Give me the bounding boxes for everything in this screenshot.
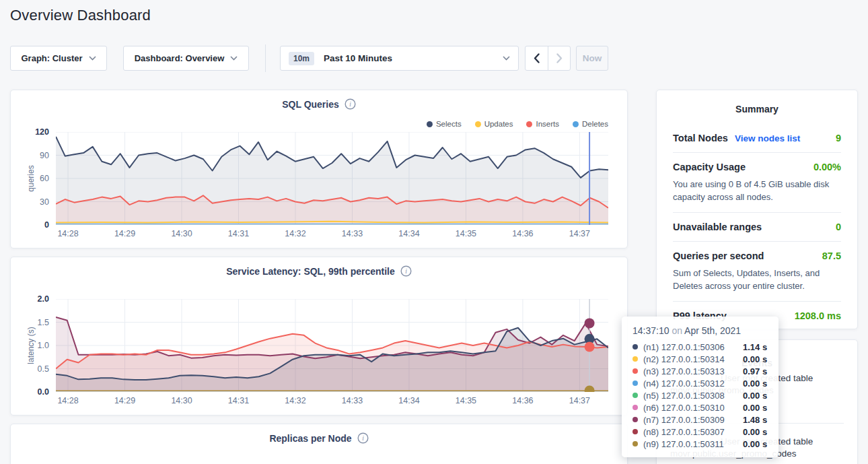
time-range-badge: 10m (289, 52, 314, 65)
x-tick-label: 14:34 (398, 396, 419, 405)
x-tick-label: 14:31 (228, 396, 249, 405)
summary-row-queries-per-second: Queries per second 87.5 Sum of Selects, … (673, 241, 841, 301)
x-tick-label: 14:32 (285, 229, 305, 238)
summary-panel: Summary Total Nodes View nodes list 9 Ca… (656, 90, 858, 329)
tooltip-row: (n4) 127.0.0.1:503120.00 s (632, 377, 769, 389)
view-nodes-list-link[interactable]: View nodes list (735, 133, 800, 143)
series-dot-icon (632, 441, 638, 446)
divider (265, 44, 266, 72)
series-dot-icon (632, 356, 638, 362)
series-dot-icon (632, 380, 638, 386)
time-range-dropdown[interactable]: 10m Past 10 Minutes (280, 46, 519, 71)
summary-row-unavailable-ranges: Unavailable ranges 0 (673, 212, 841, 241)
chart-legend: SelectsUpdatesInsertsDeletes (427, 120, 608, 128)
series-dot-icon (632, 393, 638, 398)
chart-title-replicas: Replicas per Node (269, 433, 351, 444)
x-tick-label: 14:36 (512, 229, 533, 238)
x-tick-label: 14:31 (228, 229, 249, 238)
svg-text:i: i (362, 435, 364, 442)
chart-tooltip: 14:37:10 on Apr 5th, 2021 (n1) 127.0.0.1… (622, 317, 779, 457)
chevron-down-icon (89, 56, 96, 61)
legend-label: Inserts (536, 120, 559, 128)
tooltip-timestamp: 14:37:10 on Apr 5th, 2021 (632, 325, 769, 336)
legend-item-inserts[interactable]: Inserts (526, 120, 559, 128)
tooltip-row: (n9) 127.0.0.1:503110.00 s (632, 438, 769, 450)
dashboard-dropdown[interactable]: Dashboard: Overview (123, 46, 249, 71)
info-icon[interactable]: i (400, 265, 412, 277)
tooltip-row: (n3) 127.0.0.1:503130.97 s (632, 365, 769, 377)
legend-dot-icon (526, 121, 532, 127)
sql-queries-plot[interactable]: 030609012014:2814:2914:3014:3114:3214:33… (56, 132, 608, 225)
y-tick-label: 120 (15, 127, 49, 137)
chevron-down-icon (503, 56, 510, 61)
legend-label: Selects (436, 120, 462, 128)
y-tick-label: 0.0 (15, 387, 49, 397)
x-tick-label: 14:37 (569, 229, 590, 238)
summary-label: Queries per second (673, 251, 764, 261)
x-tick-label: 14:34 (398, 229, 419, 238)
x-tick-label: 14:33 (342, 396, 363, 405)
legend-item-updates[interactable]: Updates (475, 120, 513, 128)
summary-value: 0.00% (813, 162, 841, 172)
summary-desc: You are using 0 B of 4.5 GiB usable disk… (673, 178, 841, 203)
x-tick-label: 14:35 (456, 396, 476, 405)
series-dot-icon (632, 429, 638, 434)
chevron-down-icon (230, 56, 238, 61)
y-tick-label: 1.0 (15, 340, 49, 351)
legend-label: Deletes (582, 120, 608, 128)
summary-value: 9 (836, 133, 841, 143)
dashboard-dropdown-label: Dashboard: Overview (135, 53, 225, 63)
replicas-per-node-card: Replicas per Node i (10, 424, 628, 464)
summary-value: 87.5 (822, 251, 841, 261)
graph-dropdown[interactable]: Graph: Cluster (10, 46, 107, 71)
chart-title-service-latency: Service Latency: SQL, 99th percentile (226, 266, 395, 277)
tooltip-row: (n1) 127.0.0.1:503061.14 s (632, 341, 769, 353)
summary-value: 1208.0 ms (795, 310, 841, 321)
x-tick-label: 14:28 (57, 229, 78, 238)
summary-row-capacity-usage: Capacity Usage 0.00% You are using 0 B o… (673, 152, 841, 212)
x-tick-label: 14:29 (114, 229, 135, 238)
y-tick-label: 0 (15, 220, 49, 230)
legend-dot-icon (427, 121, 433, 127)
x-tick-label: 14:35 (456, 229, 476, 238)
summary-row-total-nodes: Total Nodes View nodes list 9 (673, 124, 841, 152)
legend-item-deletes[interactable]: Deletes (573, 120, 608, 128)
legend-item-selects[interactable]: Selects (427, 120, 462, 128)
y-tick-label: 2.0 (15, 294, 49, 304)
info-icon[interactable]: i (345, 98, 356, 110)
y-tick-label: 30 (15, 197, 49, 207)
summary-label: Unavailable ranges (673, 222, 762, 232)
x-tick-label: 14:30 (171, 396, 192, 405)
x-tick-label: 14:37 (569, 396, 590, 405)
y-tick-label: 1.5 (15, 317, 49, 328)
x-tick-label: 14:30 (171, 229, 192, 238)
x-tick-label: 14:36 (512, 396, 533, 405)
tooltip-row: (n6) 127.0.0.1:503100.00 s (632, 401, 769, 413)
x-tick-label: 14:32 (285, 396, 305, 405)
x-tick-label: 14:29 (114, 396, 135, 405)
x-tick-label: 14:28 (57, 396, 78, 405)
time-prev-button[interactable] (526, 46, 548, 70)
time-next-button[interactable] (548, 46, 570, 70)
series-dot-icon (632, 405, 638, 410)
tooltip-row: (n8) 127.0.0.1:503070.00 s (632, 426, 769, 438)
chart-title-sql-queries: SQL Queries (282, 99, 339, 110)
now-button[interactable]: Now (576, 46, 608, 71)
page-title: Overview Dashboard (10, 7, 151, 24)
legend-label: Updates (484, 120, 513, 128)
legend-dot-icon (475, 121, 481, 127)
info-icon[interactable]: i (357, 432, 369, 444)
summary-title: Summary (673, 90, 841, 124)
service-latency-plot[interactable]: 0.00.51.01.52.014:2814:2914:3014:3114:32… (56, 299, 608, 392)
svg-text:i: i (349, 101, 351, 108)
tooltip-row: (n7) 127.0.0.1:503091.48 s (632, 413, 769, 426)
x-tick-label: 14:33 (342, 229, 363, 238)
series-dot-icon (632, 368, 638, 374)
time-step-buttons (525, 46, 571, 71)
tooltip-row: (n5) 127.0.0.1:503080.00 s (632, 389, 769, 401)
series-dot-icon (632, 344, 638, 350)
summary-label: Total Nodes (673, 133, 728, 143)
time-range-label: Past 10 Minutes (324, 53, 392, 63)
sql-queries-card: SQL Queries i SelectsUpdatesInsertsDelet… (10, 90, 628, 248)
summary-desc: Sum of Selects, Updates, Inserts, and De… (673, 267, 841, 292)
